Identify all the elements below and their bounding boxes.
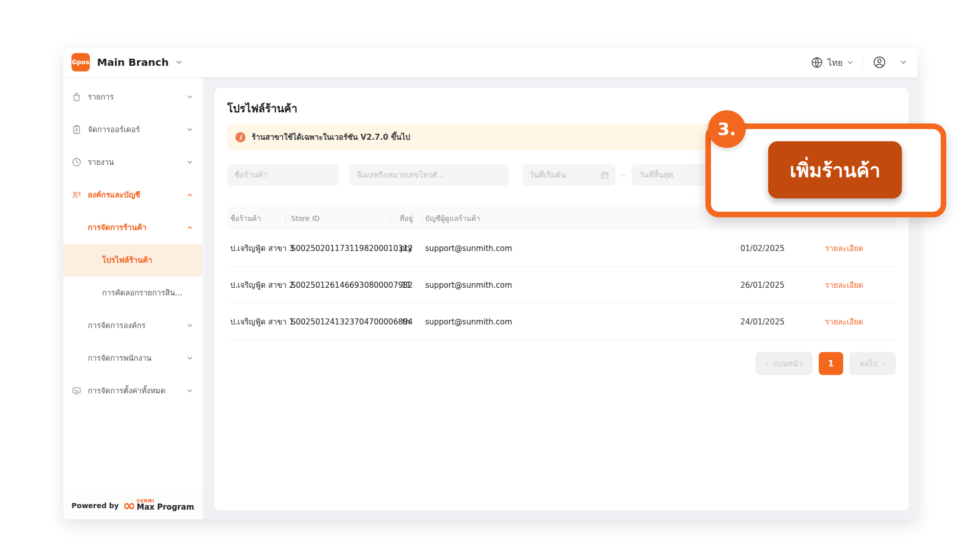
max-program-wordmark: Max Program xyxy=(137,504,194,511)
language-label: ไทย xyxy=(827,56,843,69)
notice-text: ร้านสาขาใช้ได้เฉพาะในเวอร์ชัน V2.7.0 ขึ้… xyxy=(252,131,410,143)
filter-bar: วันที่เริ่มต้น – วันที่สิ้นสุด xyxy=(227,164,724,186)
sunmi-infinity-icon: ∞ xyxy=(123,500,136,511)
sidebar-item-orders-list[interactable]: รายการ xyxy=(63,81,202,113)
chevron-down-icon xyxy=(187,127,193,133)
id-badge-icon xyxy=(71,190,82,200)
cell-created-date: 24/01/2025 xyxy=(585,317,790,327)
sidebar-item-store-management[interactable]: การจัดการร้านค้า xyxy=(63,211,202,244)
details-link[interactable]: รายละเอียด xyxy=(825,317,863,327)
bag-icon xyxy=(71,92,82,102)
account-menu[interactable] xyxy=(872,55,887,69)
sidebar-item-reports[interactable]: รายงาน xyxy=(63,146,202,179)
sidebar-item-label: การจัดการองค์กร xyxy=(88,319,183,332)
chevron-left-icon: ‹ xyxy=(766,360,768,367)
header-store-name: ชื่อร้านค้า xyxy=(227,213,286,224)
chevron-down-icon xyxy=(187,355,193,361)
sidebar-nav: รายการ จัดการออร์เดอร์ รายงาน xyxy=(63,81,202,407)
avatar-icon xyxy=(872,55,887,69)
sidebar-item-org-management[interactable]: การจัดการองค์กร xyxy=(63,309,202,342)
language-selector[interactable]: ไทย xyxy=(811,56,853,69)
page-title: โปรไฟล์ร้านค้า xyxy=(227,100,297,117)
calendar-icon xyxy=(600,170,609,180)
topbar-right: ไทย xyxy=(811,55,907,69)
next-page-button[interactable]: ต่อไป › xyxy=(849,352,896,375)
details-link[interactable]: รายละเอียด xyxy=(825,244,863,253)
sidebar-item-manage-orders[interactable]: จัดการออร์เดอร์ xyxy=(63,113,202,146)
table-row: ป.เจริญฟู้ด สาขา 1 S00250124132370470000… xyxy=(227,304,896,340)
chevron-down-icon[interactable] xyxy=(900,59,907,66)
page: Gpos Main Branch ไทย xyxy=(0,0,980,551)
add-store-button[interactable]: เพิ่มร้านค้า xyxy=(768,141,902,198)
cell-admin-account: support@sunmith.com xyxy=(422,317,585,327)
chevron-up-icon xyxy=(187,192,193,198)
workspace-name: Main Branch xyxy=(97,56,168,68)
powered-by-label: Powered by xyxy=(71,502,119,510)
sidebar-item-settings-management[interactable]: การจัดการตั้งค่าทั้งหมด xyxy=(63,374,202,407)
table-row: ป.เจริญฟู้ด สาขา 2 S00250126146693080000… xyxy=(227,267,896,304)
sidebar-item-label: การจัดการพนักงาน xyxy=(88,352,183,364)
workspace-selector[interactable]: Gpos Main Branch xyxy=(71,53,183,71)
clock-icon xyxy=(71,157,82,167)
sidebar-item-label: การคัดลอกรายการสิน... xyxy=(102,287,193,299)
topbar: Gpos Main Branch ไทย xyxy=(63,47,917,78)
cell-address: th xyxy=(390,317,422,327)
next-page-label: ต่อไป xyxy=(860,358,878,370)
info-icon: i xyxy=(235,132,246,142)
sidebar-item-label: รายการ xyxy=(88,91,183,103)
start-date-placeholder: วันที่เริ่มต้น xyxy=(529,169,593,181)
sidebar-item-label: การจัดการร้านค้า xyxy=(88,221,183,234)
sunmi-logo: ∞ sunmi Max Program xyxy=(123,499,194,511)
header-store-id: Store ID xyxy=(286,214,390,222)
sidebar-item-label: การจัดการตั้งค่าทั้งหมด xyxy=(88,385,183,397)
cell-address: 11 xyxy=(390,281,422,290)
globe-icon xyxy=(811,56,823,69)
email-phone-input[interactable] xyxy=(350,164,509,186)
cell-store-name: ป.เจริญฟู้ด สาขา 3 xyxy=(227,242,286,255)
chevron-down-icon xyxy=(187,159,193,165)
cell-store-name: ป.เจริญฟู้ด สาขา 2 xyxy=(227,279,286,291)
cell-store-id: S002501261466930800007982 xyxy=(286,281,390,290)
details-link[interactable]: รายละเอียด xyxy=(825,281,863,290)
chevron-down-icon xyxy=(847,59,853,66)
sidebar-item-label: โปรไฟล์ร้านค้า xyxy=(102,254,193,266)
sidebar-item-label: รายงาน xyxy=(88,156,183,168)
sidebar-item-org-accounts[interactable]: องค์กรและบัญชี xyxy=(63,179,202,211)
store-name-input[interactable] xyxy=(227,164,338,186)
powered-by-footer: Powered by ∞ sunmi Max Program xyxy=(63,491,202,519)
start-date-picker[interactable]: วันที่เริ่มต้น xyxy=(522,164,616,186)
topbar-divider xyxy=(863,56,863,68)
date-range-separator: – xyxy=(622,170,626,180)
clipboard-icon xyxy=(71,124,82,135)
sidebar-item-label: องค์กรและบัญชี xyxy=(88,189,183,201)
header-admin-account: บัญชีผู้ดูแลร้านค้า xyxy=(422,213,585,224)
app-window: Gpos Main Branch ไทย xyxy=(63,47,917,519)
chevron-down-icon xyxy=(187,94,193,100)
prev-page-label: ก่อนหน้า xyxy=(773,358,802,370)
stores-table: ชื่อร้านค้า Store ID ที่อยู่ บัญชีผู้ดูแ… xyxy=(227,207,896,340)
cell-admin-account: support@sunmith.com xyxy=(422,281,585,290)
chevron-down-icon xyxy=(187,322,193,329)
chevron-down-icon xyxy=(176,59,183,66)
step-number-badge: 3. xyxy=(708,110,746,148)
cell-store-id: S002501241323704700006894 xyxy=(286,317,390,327)
prev-page-button[interactable]: ‹ ก่อนหน้า xyxy=(755,352,813,375)
pagination: ‹ ก่อนหน้า 1 ต่อไป › xyxy=(755,352,896,375)
cell-store-name: ป.เจริญฟู้ด สาขา 1 xyxy=(227,316,286,328)
sidebar-item-store-profile[interactable]: โปรไฟล์ร้านค้า xyxy=(63,244,202,277)
page-1-button[interactable]: 1 xyxy=(819,352,843,375)
chevron-right-icon: › xyxy=(883,360,886,367)
sidebar-item-staff-management[interactable]: การจัดการพนักงาน xyxy=(63,342,202,374)
cell-created-date: 26/01/2025 xyxy=(585,281,790,290)
chevron-down-icon xyxy=(187,388,193,394)
sidebar-item-copy-products[interactable]: การคัดลอกรายการสิน... xyxy=(63,277,202,309)
sidebar: รายการ จัดการออร์เดอร์ รายงาน xyxy=(63,78,203,519)
cell-created-date: 01/02/2025 xyxy=(585,244,790,253)
header-address: ที่อยู่ xyxy=(390,213,422,224)
cell-store-id: S002502011731198200010312 xyxy=(286,244,390,253)
monitor-icon xyxy=(71,386,82,396)
cell-admin-account: support@sunmith.com xyxy=(422,244,585,253)
cell-address: pty xyxy=(390,244,422,253)
table-row: ป.เจริญฟู้ด สาขา 3 S00250201173119820001… xyxy=(227,230,896,267)
sidebar-item-label: จัดการออร์เดอร์ xyxy=(88,123,183,136)
